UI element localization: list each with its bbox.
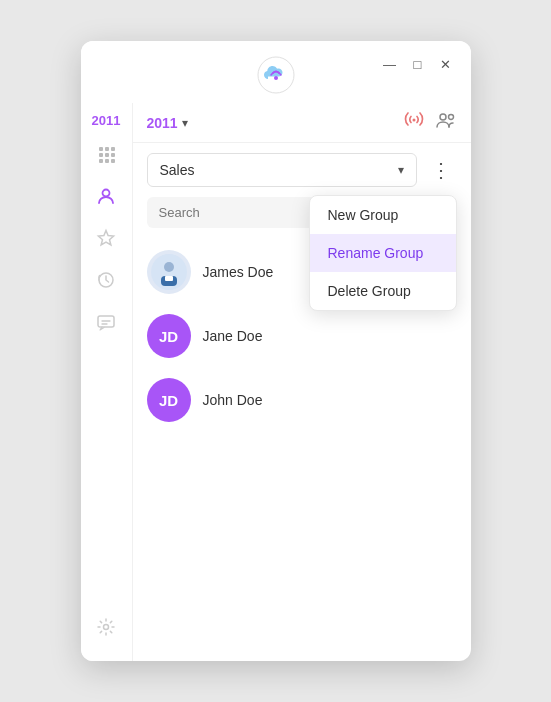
svg-point-1 — [274, 76, 278, 80]
table-row[interactable]: JD John Doe — [133, 368, 471, 432]
close-button[interactable]: ✕ — [437, 55, 455, 73]
sidebar-year: 2011 — [92, 113, 121, 128]
svg-point-8 — [440, 114, 446, 120]
contacts-group-icon — [435, 111, 457, 129]
avatar: JD — [147, 314, 191, 358]
svg-point-6 — [104, 625, 109, 630]
signal-icon — [403, 111, 425, 129]
minimize-button[interactable]: — — [381, 55, 399, 73]
james-doe-avatar — [151, 254, 187, 290]
svg-point-2 — [103, 190, 110, 197]
sidebar-item-grid[interactable] — [88, 136, 124, 172]
avatar: JD — [147, 378, 191, 422]
top-bar-icons — [403, 111, 457, 134]
content-area: 2011 ▾ — [133, 103, 471, 661]
table-row[interactable]: JD Jane Doe — [133, 304, 471, 368]
svg-rect-13 — [165, 276, 173, 281]
sidebar-item-messages[interactable] — [88, 304, 124, 340]
year-selector[interactable]: 2011 ▾ — [147, 115, 188, 131]
three-dots-icon: ⋮ — [431, 158, 451, 182]
radio-waves-icon[interactable] — [403, 111, 425, 134]
main-layout: 2011 — [81, 103, 471, 661]
sidebar-item-history[interactable] — [88, 262, 124, 298]
sidebar-item-contacts[interactable] — [88, 178, 124, 214]
settings-icon — [96, 617, 116, 637]
history-icon — [96, 270, 116, 290]
maximize-button[interactable]: □ — [409, 55, 427, 73]
contact-name: Jane Doe — [203, 328, 263, 344]
app-logo — [256, 55, 296, 95]
svg-point-7 — [412, 119, 415, 122]
sidebar-item-settings[interactable] — [88, 609, 124, 645]
avatar — [147, 250, 191, 294]
contact-name: James Doe — [203, 264, 274, 280]
messages-icon — [96, 312, 116, 332]
svg-point-9 — [448, 115, 453, 120]
top-bar: 2011 ▾ — [133, 103, 471, 143]
year-label: 2011 — [147, 115, 178, 131]
group-name: Sales — [160, 162, 195, 178]
sidebar-year-selector[interactable]: 2011 — [92, 113, 121, 130]
group-chevron: ▾ — [398, 163, 404, 177]
sidebar: 2011 — [81, 103, 133, 661]
group-dropdown[interactable]: Sales ▾ — [147, 153, 417, 187]
title-bar: — □ ✕ — [81, 41, 471, 103]
user-group-icon[interactable] — [435, 111, 457, 134]
grid-icon — [99, 147, 113, 161]
svg-marker-3 — [98, 231, 113, 246]
star-icon — [96, 228, 116, 248]
group-row: Sales ▾ ⋮ New Group Rename Group Delete … — [133, 143, 471, 197]
window-controls: — □ ✕ — [381, 55, 455, 73]
sidebar-item-favorites[interactable] — [88, 220, 124, 256]
three-dots-button[interactable]: ⋮ — [425, 154, 457, 186]
svg-rect-14 — [166, 281, 172, 284]
contacts-icon — [96, 186, 116, 206]
year-chevron: ▾ — [182, 116, 188, 130]
new-group-item[interactable]: New Group — [310, 196, 456, 234]
rename-group-item[interactable]: Rename Group — [310, 234, 456, 272]
dropdown-menu: New Group Rename Group Delete Group — [309, 195, 457, 311]
delete-group-item[interactable]: Delete Group — [310, 272, 456, 310]
app-window: — □ ✕ 2011 — [81, 41, 471, 661]
contact-name: John Doe — [203, 392, 263, 408]
svg-point-11 — [164, 262, 174, 272]
